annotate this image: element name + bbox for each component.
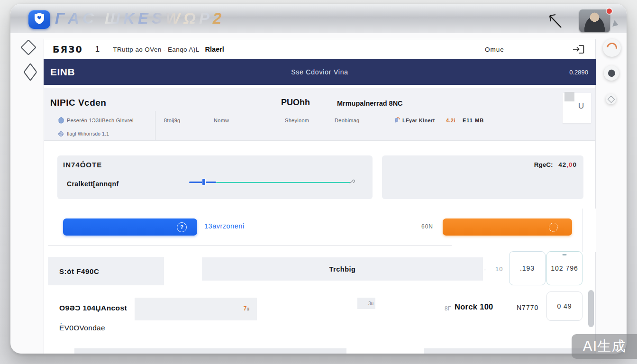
shield-heart-icon — [34, 12, 45, 27]
meta-label: Nomw — [214, 118, 229, 123]
info-circle-icon: ? — [177, 222, 187, 232]
value-box-2[interactable]: 102 796 — [546, 251, 582, 285]
dash-label: - — [484, 266, 486, 273]
value-label: RgeC: — [534, 161, 553, 168]
section-subtitle: Sse Cdovior Vina — [44, 68, 596, 76]
main-content: NIPIC Vcden PUOhh Mrmupalnerrad 8NC Pese… — [44, 85, 596, 354]
value-box-text: .193 — [520, 264, 535, 272]
subsection-header-left: S:ót F490C — [48, 257, 164, 285]
record-col2: PUOhh — [281, 98, 310, 108]
corner-card[interactable]: U — [563, 93, 591, 123]
range-slider[interactable] — [189, 179, 356, 185]
user-avatar[interactable] — [579, 9, 610, 32]
subsection-title: Trchbig — [329, 265, 356, 273]
value-box-text: 0 49 — [557, 302, 572, 310]
diamond-tool-icon[interactable] — [23, 63, 37, 82]
right-side-panel — [582, 209, 596, 252]
meta-label: Peserén 1Ɔ3IIBech Glnvrel — [67, 118, 134, 123]
primary-action-button[interactable]: ? — [63, 218, 197, 236]
logout-icon[interactable] — [572, 43, 585, 55]
row-right-name: Norck 100 — [455, 302, 493, 311]
meta-rating: 4.2i — [446, 118, 455, 123]
value-decimal: ,00 — [566, 161, 577, 168]
row-right-prefix: 8Г — [445, 305, 451, 312]
divider — [48, 246, 452, 246]
card-chip — [564, 92, 574, 101]
breadcrumb-right-label[interactable]: Omue — [485, 46, 504, 53]
value-prefix: 10 — [495, 265, 503, 273]
globe-icon — [58, 130, 64, 136]
meta-label: 8toij9g — [164, 118, 181, 123]
bottom-box — [346, 347, 424, 354]
value-box-1[interactable]: .193 — [509, 251, 546, 285]
row-right-value: N7770 — [517, 304, 538, 311]
desktop-background: ΓAC ШΚЕSWΩР2 БЯЗ0 1 ТRuttp ао OVen - Ean… — [0, 0, 637, 364]
panel-title: IN74ÓOTE — [63, 161, 102, 169]
app-wordmark: ΓAC ШΚЕSWΩР2 — [55, 10, 225, 27]
mouse-cursor — [546, 11, 567, 31]
section-header-bar: EINB Sse Cdovior Vina 0.2890 — [44, 59, 596, 85]
subsection-header-center: Trchbig — [202, 257, 483, 281]
footer-label: EV0OVondae — [59, 324, 105, 332]
meta-label: Deobimag — [335, 118, 360, 123]
diamond-tool-icon[interactable] — [20, 39, 36, 55]
action-link[interactable]: 13avrzoneni — [204, 222, 245, 230]
mid-value-chip: 3u — [357, 298, 375, 309]
pen-fab-icon[interactable] — [604, 65, 619, 81]
app-window: ΓAC ШΚЕSWΩР2 БЯЗ0 1 ТRuttp ао OVen - Ean… — [10, 4, 627, 354]
panel-subtitle: Cralkett[annqnf — [67, 180, 118, 188]
value-integer: 42 — [558, 161, 566, 168]
value-box-3[interactable]: 0 49 — [546, 291, 582, 321]
bar-unit: u — [246, 306, 249, 311]
bell-icon — [393, 116, 400, 123]
refresh-fab-icon[interactable] — [603, 39, 621, 57]
app-logo-button[interactable] — [28, 10, 50, 29]
section-value: 0.2890 — [569, 69, 588, 76]
bottom-strip — [74, 348, 595, 354]
meta-label: LFyar Klnert — [402, 118, 435, 123]
mini-fab-icon[interactable] — [606, 94, 616, 104]
slider-end-icon[interactable] — [348, 178, 356, 185]
card-letter: U — [578, 101, 584, 111]
record-title: NIPIC Vcden — [50, 98, 106, 108]
notification-dot — [607, 9, 612, 14]
breadcrumb-number: 1 — [95, 45, 100, 54]
quantity-label: 60N — [421, 223, 433, 230]
title-bar: ΓAC ШΚЕSWΩР2 — [10, 4, 627, 33]
settings-panel: IN74ÓOTE Cralkett[annqnf — [57, 155, 373, 199]
record-col3: Mrmupalnerrad 8NC — [337, 100, 403, 107]
slider-track — [216, 182, 350, 183]
breadcrumb-code[interactable]: БЯЗ0 — [53, 44, 83, 55]
breadcrumb-current: Rlaerl — [205, 46, 224, 53]
secondary-action-button[interactable] — [443, 218, 572, 236]
flag-icon — [58, 117, 64, 124]
mid-value: 3u — [368, 301, 373, 306]
row-progress-bar: 7u — [135, 298, 257, 320]
value-box-text: 102 796 — [551, 264, 578, 272]
vertical-scrollbar[interactable] — [588, 290, 594, 327]
ai-watermark: AI生成 — [572, 334, 637, 359]
box-tick — [563, 254, 567, 255]
breadcrumb: БЯЗ0 1 ТRuttp ао OVen - Eanqo A)L Rlaerl… — [44, 39, 596, 59]
value-panel: RgeC: 42,00 — [382, 155, 583, 199]
record-header: NIPIC Vcden PUOhh Mrmupalnerrad 8NC Pese… — [44, 88, 595, 141]
breadcrumb-trail[interactable]: ТRuttp ао OVen - Eanqo A)L — [113, 46, 199, 53]
loader-circle-icon — [549, 223, 558, 232]
meta-secondary: Ilagl Wihorrsdo 1.1 — [67, 131, 109, 136]
meta-label: Sheyloom — [285, 118, 309, 123]
slider-handle[interactable] — [202, 179, 205, 185]
avatar-menu-chevron-icon[interactable] — [612, 20, 619, 28]
meta-divider — [155, 111, 155, 140]
row-title: O9ӘƆ 104ЏAncost — [59, 304, 127, 312]
meta-code: E11 MB — [463, 118, 484, 123]
subsection-title: S:ót F490C — [59, 267, 99, 275]
